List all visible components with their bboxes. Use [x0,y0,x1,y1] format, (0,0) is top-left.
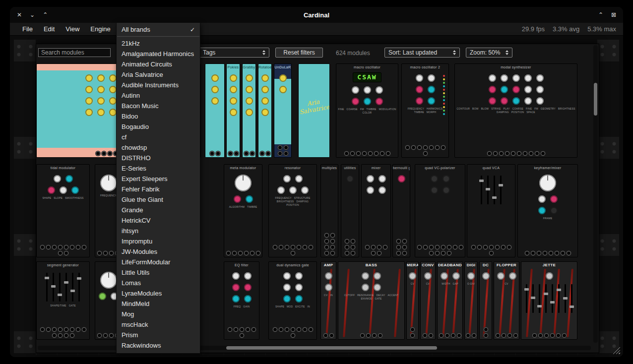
module-card[interactable]: bernoulli gate [392,164,410,257]
jack-port [423,145,428,150]
brand-menu-item[interactable]: Aria Salvatrice [117,69,200,80]
brand-menu-item[interactable]: Expert Sleepers [117,174,200,184]
brand-menu-item-label: 21kHz [122,40,140,47]
brand-menu-item[interactable]: Lomas [117,278,200,288]
brand-menu-item[interactable]: LifeFormModular [117,257,200,267]
module-card[interactable]: MERACV [406,261,419,340]
brand-menu-item[interactable]: ihtsyn [117,226,200,236]
brand-menu-item[interactable]: MindMeld [117,299,200,309]
menu-view[interactable]: View [60,25,85,33]
brand-menu-item[interactable]: Grande [117,205,200,215]
jack-port [538,333,543,338]
brand-menu-item[interactable]: Little Utils [117,267,200,278]
module-card[interactable]: keyframer/mixerFRAME [517,164,578,257]
menu-separator [117,36,199,37]
module-label: FREQUENCY [408,107,424,110]
module-card[interactable]: AMPCVIN [320,261,336,340]
jack-port [58,251,63,255]
menu-edit[interactable]: Edit [38,25,60,33]
knob [230,97,237,105]
menu-file[interactable]: File [17,25,38,33]
vertical-scrollbar-thumb[interactable] [594,83,597,116]
module-card[interactable]: dual dynamics gateSHAPEMODEXCITEIN [268,261,317,340]
brand-menu-item[interactable]: Prism [117,330,200,340]
module-card[interactable]: utilities [341,164,359,257]
module-card[interactable]: meta modulatorALGORITHMTIMBRE [224,164,262,257]
module-card[interactable]: segment generatorSHAPE/TIMEGATE [36,261,90,340]
module-card[interactable]: macro oscillator 2FREQUENCYHARMONICSTIMB… [401,63,449,158]
module-card[interactable]: quad VCA [467,164,515,257]
module-title: quad VC-polarizer [415,165,465,171]
jack-row [322,233,337,255]
brand-menu-item[interactable]: DISTRHO [117,153,200,163]
module-card[interactable]: CONVCV [420,261,436,340]
slider [481,176,482,204]
brand-menu-item[interactable]: Animated Circuits [117,59,200,69]
knob-row [246,97,253,105]
module-card[interactable]: macro oscillatorCSAWFINECOARSEFMTIMBREMO… [336,63,398,158]
knob [71,186,79,194]
panel-close-icon[interactable]: ⊠ [611,11,616,18]
brand-menu-item[interactable]: Audible Instruments [117,80,200,90]
knob-row [283,272,303,280]
module-card[interactable]: Grabby [242,63,256,158]
brand-menu-item[interactable]: Fehler Fabrik [117,184,200,194]
search-input[interactable] [38,48,111,57]
module-card[interactable]: modal synthesizerCONTOURBOWBLOWSTRIKEPLA… [454,63,577,158]
brand-menu-item[interactable]: 21kHz [117,38,200,49]
module-card[interactable]: UnDuLaR [274,63,292,158]
jack-port [435,251,440,255]
jack-port [471,245,476,249]
module-card[interactable]: quad VC-polarizer [415,164,465,257]
module-card[interactable]: DC [479,261,492,340]
brand-menu-item[interactable]: JW-Modules [117,246,200,257]
module-card[interactable]: mixer [361,164,391,257]
module-card[interactable]: JETTE [521,261,577,340]
menu-engine[interactable]: Engine [85,25,116,33]
module-card[interactable] [205,63,225,158]
module-card[interactable]: BASSCUTOFFRESONANCEDECAYACCENTENVMODGATE [338,261,405,340]
knob-row [283,284,303,291]
module-card[interactable]: DEADBANDWIDTHGAP [437,261,463,340]
knob [97,74,105,82]
brand-menu-item[interactable]: LyraeModules [117,288,200,299]
module-card[interactable]: FLOPPERCV [494,261,519,340]
zoom-dropdown[interactable]: Zoom: 50% [466,48,512,58]
jack-port [489,245,494,249]
module-card[interactable]: Rotatoes [258,63,272,158]
brand-menu-item[interactable]: E-Series [117,163,200,174]
module-title: BASS [338,262,404,268]
jack-port [210,151,214,156]
brand-menu-item[interactable]: Glue the Giant [117,194,200,205]
brand-menu-item[interactable]: mscHack [117,319,200,330]
brand-menu-item[interactable]: Amalgamated Harmonics [117,49,200,59]
brand-menu-item[interactable]: Bidoo [117,111,200,121]
module-card[interactable]: tidal modulatorSHAPESLOPESMOOTHNESS [36,164,90,257]
module-label: SHAPE [42,196,51,199]
brand-menu-item[interactable]: Autinn [117,90,200,101]
module-card[interactable]: multiples [320,164,338,257]
brand-menu-item[interactable]: Mog [117,309,200,319]
module-card[interactable]: EQ filterFREQGAIN [224,261,259,340]
brand-menu-item[interactable]: All brands✓ [117,24,200,35]
vertical-scrollbar[interactable] [593,45,598,343]
brand-menu-item[interactable]: HetrickCV [117,215,200,226]
brand-menu-item[interactable]: cf [117,132,200,142]
module-card[interactable]: Pokies [226,63,240,158]
slider [532,284,534,313]
brand-menu-item[interactable]: Impromptu [117,236,200,246]
brand-menu-item[interactable]: Rackwindows [117,340,200,351]
reset-filters-button[interactable]: Reset filters [275,48,323,58]
knob-row [99,293,118,300]
brand-menu-item[interactable]: Bacon Music [117,101,200,111]
module-card[interactable]: DIGIO-DIV [464,261,478,340]
sort-dropdown[interactable]: Sort: Last updated [384,48,460,58]
horizontal-scrollbar-thumb[interactable] [226,346,437,350]
tags-dropdown[interactable]: Tags [199,48,269,58]
brand-menu-item[interactable]: chowdsp [117,142,200,153]
knob [441,272,448,280]
module-card[interactable]: Aria Salvatrice [298,63,330,158]
brand-menu-item[interactable]: Bogaudio [117,121,200,132]
panel-collapse-icon[interactable]: ⌃ [598,11,603,18]
module-card[interactable]: resonatorFREQUENCYSTRUCTUREBRIGHTNESSDAM… [268,164,317,257]
